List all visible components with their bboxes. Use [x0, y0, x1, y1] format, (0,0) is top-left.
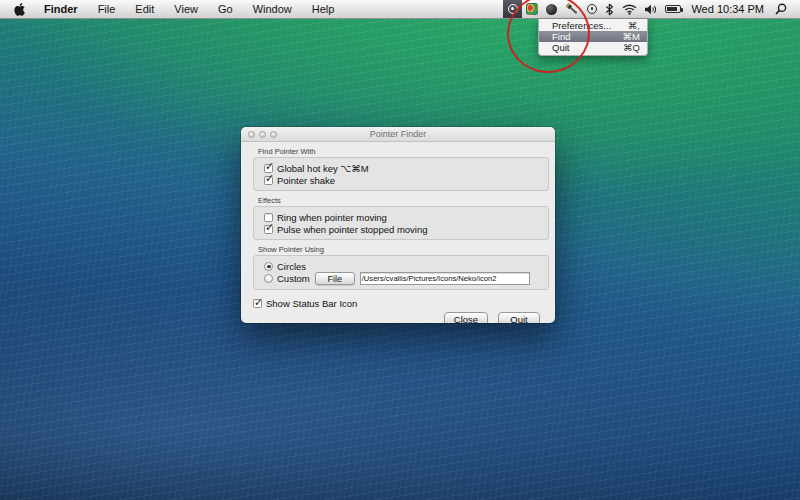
section-label-find-pointer-with: Find Pointer With	[258, 147, 549, 156]
volume-icon	[645, 4, 657, 15]
window-button-row: Close Quit	[253, 312, 540, 323]
pointer-finder-window: Pointer Finder Find Pointer With Global …	[241, 127, 555, 323]
checkbox-label: Ring when pointer moving	[277, 212, 387, 223]
battery-icon	[665, 5, 681, 13]
window-title: Pointer Finder	[241, 129, 555, 139]
menu-bar-clock[interactable]: Wed 10:34 PM	[685, 3, 771, 15]
menu-item-shortcut: ⌘M	[623, 31, 640, 42]
checkbox-label: Pulse when pointer stopped moving	[277, 224, 428, 235]
zoom-window-button[interactable]	[270, 131, 277, 138]
colorful-app-menu-extra[interactable]	[522, 0, 542, 18]
circles-radio[interactable]	[264, 262, 273, 271]
show-status-bar-icon-checkbox[interactable]	[253, 299, 262, 308]
menu-item-quit[interactable]: Quit ⌘Q	[539, 42, 647, 53]
section-label-show-pointer-using: Show Pointer Using	[258, 245, 549, 254]
menu-help[interactable]: Help	[302, 0, 345, 18]
pulse-when-stopped-checkbox[interactable]	[264, 225, 273, 234]
colorful-app-icon	[526, 3, 538, 15]
wifi-icon	[622, 4, 637, 15]
spotlight-icon	[775, 3, 787, 15]
menu-edit[interactable]: Edit	[125, 0, 164, 18]
apple-menu[interactable]	[0, 3, 34, 16]
dark-app-icon	[546, 4, 557, 15]
status-icons-area: Wed 10:34 PM	[503, 0, 800, 18]
section-label-effects: Effects	[258, 196, 549, 205]
menu-file[interactable]: File	[88, 0, 126, 18]
radio-row-custom[interactable]: Custom File /Users/cvallis/Pictures/Icon…	[264, 272, 540, 285]
menu-item-label: Preferences...	[552, 20, 611, 31]
menu-item-preferences[interactable]: Preferences... ⌘,	[539, 20, 647, 31]
checkbox-row-show-status-bar-icon[interactable]: Show Status Bar Icon	[253, 298, 549, 309]
checkbox-label: Pointer shake	[277, 175, 335, 186]
spotlight-menu-extra[interactable]	[771, 0, 791, 18]
flashlight-icon	[565, 2, 579, 16]
pointer-finder-menu-extra[interactable]	[503, 0, 522, 18]
file-button[interactable]: File	[315, 272, 355, 285]
apple-icon	[14, 3, 25, 16]
custom-icon-path-field[interactable]: /Users/cvallis/Pictures/Icons/Neko/icon2	[360, 272, 530, 285]
flashlight-menu-extra[interactable]	[561, 0, 583, 18]
pointer-finder-status-menu: Preferences... ⌘, Find ⌘M Quit ⌘Q	[538, 19, 648, 56]
group-box-find-pointer-with: Global hot key ⌥⌘M Pointer shake	[253, 157, 549, 191]
menu-item-shortcut: ⌘Q	[623, 42, 640, 53]
checkbox-row-global-hot-key[interactable]: Global hot key ⌥⌘M	[264, 162, 540, 174]
menu-finder[interactable]: Finder	[34, 0, 88, 18]
menu-item-find[interactable]: Find ⌘M	[539, 31, 647, 42]
group-box-show-pointer-using: Circles Custom File /Users/cvallis/Pictu…	[253, 255, 549, 290]
checkbox-label: Global hot key ⌥⌘M	[277, 163, 369, 174]
bluetooth-icon	[605, 3, 614, 16]
menu-item-shortcut: ⌘,	[628, 20, 640, 31]
radio-row-circles[interactable]: Circles	[264, 260, 540, 272]
menu-item-label: Find	[552, 31, 570, 42]
menu-bar: Finder File Edit View Go Window Help	[0, 0, 800, 19]
menu-item-label: Quit	[552, 42, 569, 53]
close-window-button[interactable]	[248, 131, 255, 138]
window-body: Find Pointer With Global hot key ⌥⌘M Poi…	[241, 142, 555, 323]
bluetooth-menu-extra[interactable]	[601, 0, 618, 18]
window-titlebar[interactable]: Pointer Finder	[241, 127, 555, 142]
menu-view[interactable]: View	[164, 0, 208, 18]
pointer-shake-checkbox[interactable]	[264, 176, 273, 185]
volume-menu-extra[interactable]	[641, 0, 661, 18]
radio-label: Custom	[277, 273, 310, 284]
radio-label: Circles	[277, 261, 306, 272]
ring-target-icon	[508, 4, 518, 14]
dark-app-menu-extra[interactable]	[542, 0, 561, 18]
checkbox-label: Show Status Bar Icon	[266, 298, 357, 309]
menu-bar-left: Finder File Edit View Go Window Help	[0, 0, 344, 18]
wifi-menu-extra[interactable]	[618, 0, 641, 18]
checkbox-row-pulse-when-stopped[interactable]: Pulse when pointer stopped moving	[264, 223, 540, 235]
target-menu-extra[interactable]	[583, 0, 601, 18]
battery-menu-extra[interactable]	[661, 0, 685, 18]
target-icon	[587, 4, 597, 14]
menu-go[interactable]: Go	[208, 0, 243, 18]
custom-radio[interactable]	[264, 274, 273, 283]
traffic-lights	[248, 131, 277, 138]
checkbox-row-pointer-shake[interactable]: Pointer shake	[264, 174, 540, 186]
close-button[interactable]: Close	[444, 312, 488, 323]
group-box-effects: Ring when pointer moving Pulse when poin…	[253, 206, 549, 240]
quit-button[interactable]: Quit	[498, 312, 540, 323]
minimize-window-button[interactable]	[259, 131, 266, 138]
menu-window[interactable]: Window	[243, 0, 302, 18]
checkbox-row-ring-when-moving[interactable]: Ring when pointer moving	[264, 211, 540, 223]
